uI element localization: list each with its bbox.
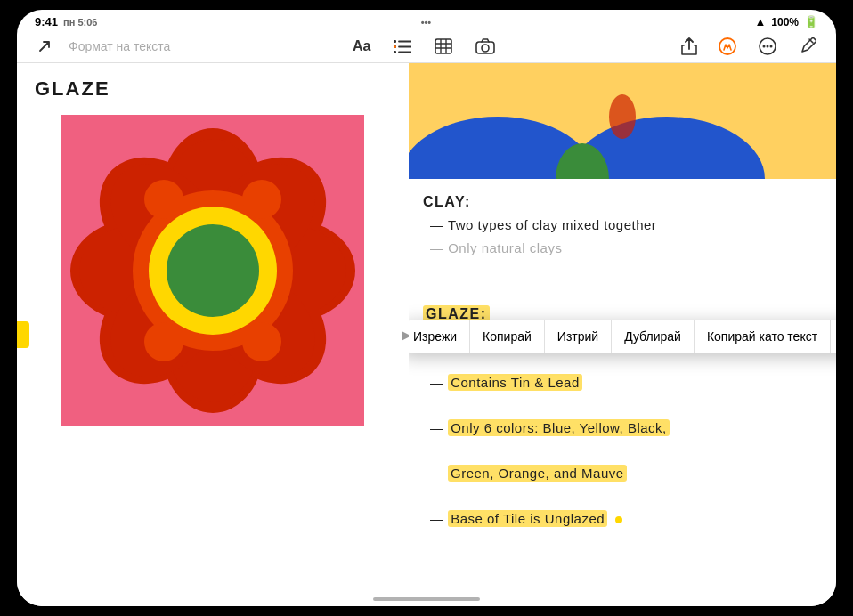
svg-point-41: [144, 180, 183, 219]
svg-point-17: [766, 45, 768, 48]
clay-title: CLAY:: [423, 194, 471, 209]
top-image-strip: [409, 63, 836, 179]
svg-point-16: [762, 45, 765, 48]
toolbar-center: Aa: [349, 36, 499, 56]
camera-button[interactable]: [472, 36, 499, 56]
svg-rect-0: [394, 40, 396, 43]
ink-cursor: [615, 516, 622, 523]
time: 9:41: [35, 15, 58, 28]
note-title: GLAZE: [35, 77, 391, 101]
glaze-bullet2: — Contains Tin & Lead: [423, 371, 822, 394]
svg-point-6: [394, 45, 396, 48]
context-copy[interactable]: Копирай: [470, 320, 545, 353]
svg-point-39: [144, 322, 183, 361]
battery-icon: 🔋: [804, 15, 818, 28]
context-delete[interactable]: Изтрий: [545, 320, 612, 353]
toolbar-left: Формат на текста: [33, 36, 170, 56]
toolbar: Формат на текста Aa: [17, 32, 836, 63]
font-button[interactable]: Aa: [349, 36, 374, 56]
svg-point-40: [242, 322, 281, 361]
wifi-icon: ▲: [754, 15, 766, 28]
context-copy-as-text[interactable]: Копирай като текст: [695, 320, 831, 353]
context-duplicate[interactable]: Дублирай: [612, 320, 695, 353]
main-content: GLAZE: [17, 63, 836, 606]
status-right: ▲ 100% 🔋: [754, 15, 818, 28]
svg-point-18: [769, 45, 772, 48]
context-cut[interactable]: Изрежи: [409, 320, 470, 353]
handwritten-notes: CLAY: — Two types of clay mixed together…: [423, 190, 822, 259]
clay-bullet2: — Only natural clays: [423, 237, 822, 260]
status-dots: •••: [421, 17, 432, 28]
glaze-bullet3b: Green, Orange, and Mauve: [423, 462, 822, 485]
glaze-bullet3: — Only 6 colors: Blue, Yellow, Black,: [423, 417, 822, 440]
glaze-b4-highlighted: Base of Tile is Unglazed: [448, 510, 607, 527]
svg-rect-2: [394, 51, 396, 53]
svg-point-13: [482, 45, 489, 52]
context-more[interactable]: ›: [831, 320, 836, 353]
font-icon: Aa: [353, 38, 370, 54]
ipad-frame: 9:41 пн 5:06 ••• ▲ 100% 🔋 Формат на текс…: [17, 10, 836, 606]
share-button[interactable]: [678, 36, 701, 57]
svg-point-42: [242, 180, 281, 219]
glaze-b3-highlighted: Only 6 colors: Blue, Yellow, Black,: [448, 419, 670, 436]
status-center: •••: [421, 17, 432, 28]
toolbar-right: [678, 36, 820, 57]
glaze-bullet4: — Base of Tile is Unglazed: [423, 507, 822, 531]
table-button[interactable]: [431, 36, 456, 56]
status-left: 9:41 пн 5:06: [35, 15, 97, 28]
context-menu: Изрежи Копирай Изтрий Дублирай Копирай к…: [409, 320, 836, 353]
format-label: Формат на текста: [69, 39, 170, 53]
glaze-b3b-highlighted: Green, Orange, and Mauve: [448, 465, 627, 482]
svg-rect-7: [435, 39, 451, 53]
notes-area: CLAY: — Two types of clay mixed together…: [409, 179, 836, 541]
ampm: пн 5:06: [63, 17, 97, 28]
left-panel: GLAZE: [17, 63, 409, 606]
glaze-b2-highlighted: Contains Tin & Lead: [448, 374, 582, 391]
compose-button[interactable]: [795, 36, 820, 57]
status-bar: 9:41 пн 5:06 ••• ▲ 100% 🔋: [17, 10, 836, 32]
flower-artwork: [61, 115, 364, 426]
more-button[interactable]: [754, 36, 781, 57]
svg-point-47: [609, 94, 636, 139]
battery-percent: 100%: [771, 16, 799, 28]
collapse-button[interactable]: [33, 36, 56, 56]
clay-bullet1: — Two types of clay mixed together: [423, 214, 822, 237]
right-panel: CLAY: — Two types of clay mixed together…: [409, 63, 836, 606]
home-indicator: [373, 597, 480, 601]
svg-point-38: [167, 224, 259, 317]
list-button[interactable]: [390, 36, 415, 56]
svg-point-14: [719, 38, 735, 54]
left-tab[interactable]: [17, 321, 29, 348]
markup-button[interactable]: [715, 36, 740, 57]
